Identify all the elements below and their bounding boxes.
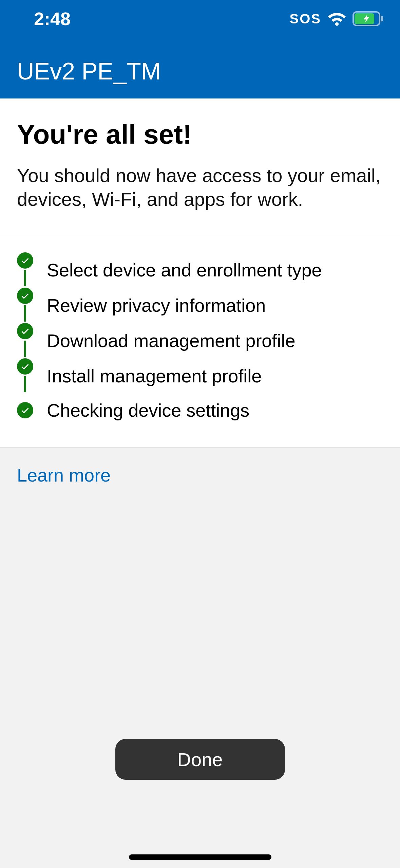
intro-heading: You're all set! [17,119,383,150]
checkmark-icon [17,402,33,418]
checklist-item-label: Review privacy information [33,289,266,322]
page-title: UEv2 PE_TM [17,58,383,85]
checklist-item-label: Checking device settings [33,394,249,427]
status-indicators: SOS [290,11,383,26]
learn-more-section: Learn more [0,448,400,486]
step-connector [24,341,26,357]
checklist-item: Install management profile [17,358,383,394]
sos-indicator: SOS [290,11,321,26]
status-bar: 2:48 SOS [0,0,400,37]
intro-body: You should now have access to your email… [17,164,383,211]
footer: Done [0,725,400,868]
screen: 2:48 SOS UEv2 PE_TM You're all set! You … [0,0,400,868]
checklist-item: Select device and enrollment type [17,252,383,288]
checklist-item: Download management profile [17,323,383,358]
step-connector [24,376,26,392]
checkmark-icon [17,358,33,375]
learn-more-link[interactable]: Learn more [17,465,111,486]
checklist-item-label: Download management profile [33,324,295,357]
step-connector [24,270,26,286]
checkmark-icon [17,323,33,339]
step-connector [24,305,26,322]
home-indicator[interactable] [129,854,271,860]
checklist-section: Select device and enrollment type Review… [0,235,400,448]
checkmark-icon [17,252,33,269]
checklist-item-label: Select device and enrollment type [33,253,322,287]
wifi-icon [327,12,346,26]
checklist-item-label: Install management profile [33,359,262,393]
intro-section: You're all set! You should now have acce… [0,98,400,235]
status-time: 2:48 [34,8,71,29]
page-header: UEv2 PE_TM [0,37,400,98]
checklist-item: Review privacy information [17,288,383,323]
battery-charging-icon [353,11,383,26]
done-button[interactable]: Done [115,739,285,780]
checklist-item: Checking device settings [17,394,383,427]
checkmark-icon [17,288,33,304]
